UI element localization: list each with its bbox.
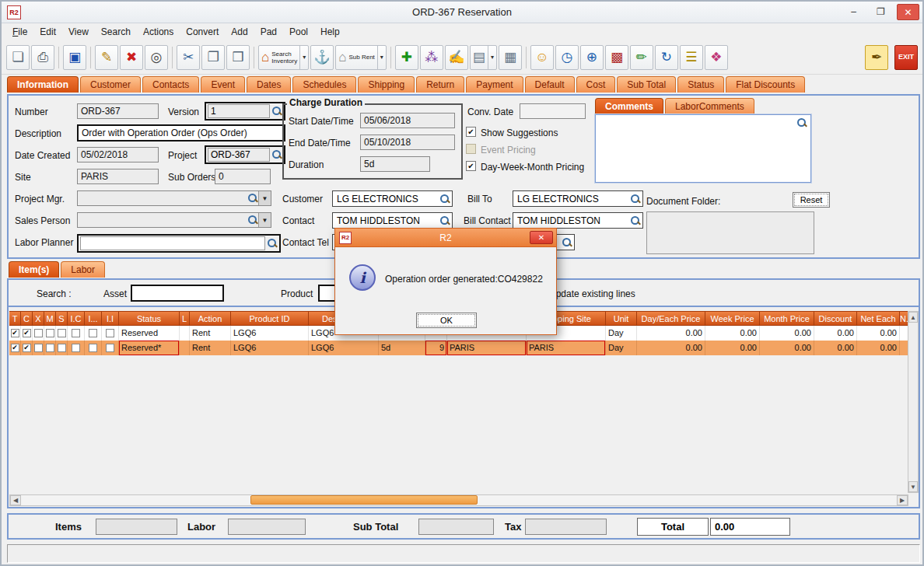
table-cell[interactable]: LGQ6 [231,326,309,341]
row-checkbox[interactable]: ✔ [11,329,19,337]
tab-information[interactable]: Information [7,76,79,93]
transfer-button[interactable]: ↻ [655,45,678,70]
column-header-m[interactable]: M [44,311,56,326]
column-header-net-each[interactable]: Net Each [857,311,900,326]
column-header-unit[interactable]: Unit [606,311,637,326]
conv-date-field[interactable] [520,103,586,119]
tab-return[interactable]: Return [416,76,464,93]
show-suggestions-checkbox[interactable]: ✔ [466,127,476,137]
day-week-month-checkbox[interactable]: ✔ [466,161,476,171]
search-inventory-button-dropdown-icon[interactable]: ▾ [299,46,306,69]
tab-shipping[interactable]: Shipping [358,76,415,93]
copy-button[interactable]: ❐ [201,45,225,70]
table-cell[interactable]: 0.00 [637,326,705,341]
column-header-action[interactable]: Action [190,311,231,326]
bill-contact-lookup-icon[interactable] [630,215,641,226]
column-header-i[interactable]: I... [85,311,102,326]
scroll-left-icon[interactable]: ◀ [10,495,21,505]
tab-dates[interactable]: Dates [247,76,291,93]
table-cell[interactable]: 0.00 [705,341,760,355]
paste-button[interactable]: ❒ [226,45,250,70]
building-print-button[interactable]: ▦ [499,45,522,70]
asset-input[interactable] [131,285,224,302]
menu-search[interactable]: Search [95,23,137,40]
exit-button[interactable]: EXIT [894,45,918,70]
wand-button[interactable]: ✒ [865,45,888,70]
project-field[interactable]: ORD-367 [208,148,270,162]
tab-laborcomments[interactable]: LaborComments [665,98,754,114]
column-header-t[interactable]: T [9,311,21,326]
title-bar[interactable]: R2 ORD-367 Reservation – ❐ ✕ [2,2,922,23]
column-header-l[interactable]: L [180,311,190,326]
customer-lookup-icon[interactable] [439,194,450,204]
menu-pool[interactable]: Pool [283,23,314,40]
table-cell[interactable]: 0.00 [760,326,814,341]
table-cell[interactable]: PARIS [447,341,527,355]
site-field[interactable]: PARIS [77,169,159,184]
close-button[interactable]: ✕ [897,4,919,20]
row-checkbox[interactable]: ✔ [23,344,31,352]
table-cell[interactable]: 9 [425,341,447,355]
column-header-discount[interactable]: Discount [814,311,857,326]
column-header-i-c[interactable]: I.C [68,311,85,326]
bill-to-lookup-icon[interactable] [630,194,641,204]
sales-person-dropdown-icon[interactable]: ▼ [258,213,271,227]
date-created-field[interactable]: 05/02/2018 [77,147,159,162]
cube-button[interactable]: ▩ [605,45,628,70]
table-cell[interactable]: PARIS [527,341,606,355]
column-header-day-each-price[interactable]: Day/Each Price [637,311,705,326]
copies-button-dropdown-icon[interactable]: ▾ [488,46,494,69]
tab-flat-discounts[interactable]: Flat Discounts [726,76,805,93]
table-cell[interactable]: Day [606,326,637,341]
table-cell[interactable]: 0.00 [857,326,900,341]
row-checkbox[interactable] [106,344,114,352]
search-inventory-button[interactable]: ⌂SearchInventory▾ [258,45,309,70]
colors-button[interactable]: ❖ [705,45,728,70]
clock-button[interactable]: ◷ [555,45,579,70]
contact-value[interactable]: TOM HIDDLESTON [334,215,439,226]
row-checkbox[interactable] [46,329,54,337]
row-checkbox[interactable] [58,329,66,337]
sub-rent-button-dropdown-icon[interactable]: ▾ [377,46,383,69]
contact-tel-lookup-icon[interactable] [562,237,572,248]
new-document-button[interactable]: ❏ [6,45,30,70]
tab-sub-total[interactable]: Sub Total [617,76,676,93]
menu-convert[interactable]: Convert [180,23,225,40]
hscroll-thumb[interactable] [250,495,478,505]
table-cell[interactable] [180,326,190,341]
ok-button[interactable]: OK [416,313,477,328]
menu-help[interactable]: Help [314,23,346,40]
description-field[interactable]: Order with Operation Order (Ops Order) [77,124,285,142]
scroll-down-icon[interactable]: ▼ [908,481,918,492]
tab-labor[interactable]: Labor [61,261,105,278]
project-mgr-dropdown-icon[interactable]: ▼ [258,191,271,205]
duration-field[interactable]: 5d [360,156,430,172]
tab-default[interactable]: Default [525,76,575,93]
column-header-s[interactable]: S [56,311,68,326]
row-checkbox[interactable] [72,344,80,352]
project-mgr-field[interactable]: ▼ [77,190,271,206]
row-checkbox[interactable]: ✔ [23,329,31,337]
row-checkbox[interactable] [72,329,80,337]
column-header-x[interactable]: X [33,311,44,326]
save-button[interactable]: ▣ [63,45,86,70]
tab-cost[interactable]: Cost [576,76,616,93]
menu-add[interactable]: Add [225,23,254,40]
labor-planner-field[interactable] [80,236,265,250]
table-cell[interactable]: 0.00 [814,326,857,341]
group-button[interactable]: ⁂ [420,45,443,70]
menu-pad[interactable]: Pad [254,23,283,40]
delete-button[interactable]: ✖ [120,45,143,70]
table-cell[interactable] [180,341,190,355]
dialog-close-button[interactable]: ✕ [530,231,553,244]
copies-button[interactable]: ▤▾ [470,45,497,70]
column-header-i-i[interactable]: I.I [102,311,119,326]
table-cell[interactable]: LGQ6 [309,341,379,355]
table-cell[interactable]: 0.00 [760,341,814,355]
row-checkbox[interactable]: ✔ [11,344,19,352]
table-cell[interactable]: 0.00 [705,326,760,341]
column-header-month-price[interactable]: Month Price [760,311,814,326]
binoculars-button[interactable]: ◎ [145,45,168,70]
scroll-up-icon[interactable]: ▲ [908,312,918,323]
customer-field[interactable]: LG ELECTRONICS [332,190,453,207]
